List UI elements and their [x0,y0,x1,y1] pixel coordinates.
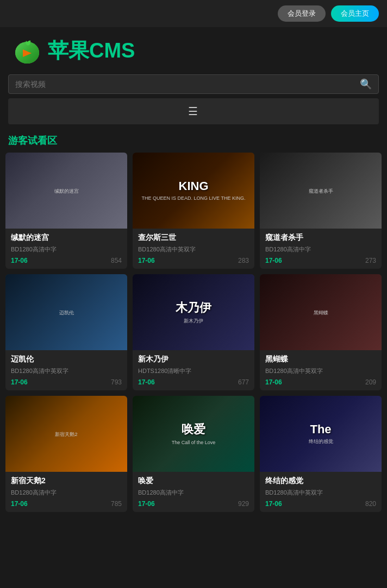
movie-title: 查尔斯三世 [138,233,249,243]
poster-sub-text: 终结的感觉 [309,439,333,445]
movie-info: 窥道者杀手 BD1280高清中字 17-06 273 [260,229,382,269]
movie-views: 929 [238,500,249,508]
top-bar: 会员登录 会员主页 [0,0,387,27]
movie-date: 17-06 [11,378,28,386]
movie-views: 820 [365,500,376,508]
poster-sub-text: THE QUEEN IS DEAD. LONG LIVE THE KING. [142,195,246,202]
movie-meta: 17-06 677 [138,378,249,386]
movie-poster: The 终结的感觉 [260,396,382,472]
poster-sub-text: The Call of the Love [172,440,216,446]
movie-meta: 17-06 785 [11,500,122,508]
movie-card[interactable]: KING THE QUEEN IS DEAD. LONG LIVE THE KI… [133,153,254,269]
movie-date: 17-06 [265,378,282,386]
movie-date: 17-06 [138,500,155,508]
section-title: 游客试看区 [0,129,387,153]
poster-sub-text: 黑蝴蝶 [314,310,328,317]
movie-poster: 黑蝴蝶 [260,274,382,350]
poster-main-text: KING [179,179,209,193]
movie-card[interactable]: 缄默的迷宫 缄默的迷宫 BD1280高清中字 17-06 854 [5,153,127,269]
movie-quality: BD1280高清中英双字 [138,245,249,254]
movie-title: 唤爱 [138,476,249,486]
movie-grid: 缄默的迷宫 缄默的迷宫 BD1280高清中字 17-06 854 KING TH… [0,153,387,523]
movie-poster: KING THE QUEEN IS DEAD. LONG LIVE THE KI… [133,153,254,229]
movie-quality: HDTS1280清晰中字 [138,367,249,375]
menu-bar[interactable]: ☰ [8,98,379,124]
poster-main-text: 木乃伊 [176,300,211,316]
movie-card[interactable]: 窥道者杀手 窥道者杀手 BD1280高清中字 17-06 273 [260,153,382,269]
movie-meta: 17-06 273 [265,257,376,264]
movie-info: 迈凯伦 BD1280高清中英双字 17-06 793 [5,350,127,390]
movie-date: 17-06 [265,257,282,264]
movie-poster: 缄默的迷宫 [5,153,127,229]
movie-card[interactable]: 新宿天鹅2 新宿天鹅2 BD1280高清中字 17-06 785 [5,396,127,512]
movie-poster: 唤爱 The Call of the Love [133,396,254,472]
search-input[interactable] [15,80,360,88]
movie-info: 唤爱 BD1280高清中字 17-06 929 [133,472,254,512]
movie-quality: BD1280高清中字 [138,489,249,497]
movie-card[interactable]: The 终结的感觉 终结的感觉 BD1280高清中英双字 17-06 820 [260,396,382,512]
movie-quality: BD1280高清中字 [11,489,122,497]
login-button[interactable]: 会员登录 [278,5,326,22]
movie-views: 677 [238,378,249,386]
movie-info: 黑蝴蝶 BD1280高清中英双字 17-06 209 [260,350,382,390]
movie-title: 新宿天鹅2 [11,476,122,486]
movie-poster: 木乃伊 新木乃伊 [133,274,254,350]
poster-main-text: 唤爱 [182,421,205,438]
movie-date: 17-06 [138,378,155,386]
movie-date: 17-06 [11,500,28,508]
movie-card[interactable]: 唤爱 The Call of the Love 唤爱 BD1280高清中字 17… [133,396,254,512]
movie-card[interactable]: 迈凯伦 迈凯伦 BD1280高清中英双字 17-06 793 [5,274,127,390]
movie-views: 209 [365,378,376,386]
movie-info: 新宿天鹅2 BD1280高清中字 17-06 785 [5,472,127,512]
movie-meta: 17-06 793 [11,378,122,386]
movie-meta: 17-06 854 [11,257,122,264]
movie-views: 793 [111,378,122,386]
movie-views: 283 [238,257,249,264]
movie-meta: 17-06 209 [265,378,376,386]
poster-sub-text: 缄默的迷宫 [54,188,79,195]
movie-date: 17-06 [265,500,282,508]
movie-card[interactable]: 木乃伊 新木乃伊 新木乃伊 HDTS1280清晰中字 17-06 677 [133,274,254,390]
movie-date: 17-06 [11,257,28,264]
vip-button[interactable]: 会员主页 [331,5,379,22]
movie-card[interactable]: 黑蝴蝶 黑蝴蝶 BD1280高清中英双字 17-06 209 [260,274,382,390]
movie-poster: 新宿天鹅2 [5,396,127,472]
search-button[interactable]: 🔍 [360,78,372,90]
movie-date: 17-06 [138,257,155,264]
logo-text: 苹果CMS [48,37,135,65]
movie-views: 273 [365,257,376,264]
movie-meta: 17-06 820 [265,500,376,508]
search-bar: 🔍 [8,74,379,94]
logo-icon [11,37,43,65]
poster-sub-text: 新宿天鹅2 [55,432,77,438]
movie-title: 终结的感觉 [265,476,376,486]
poster-sub-text: 窥道者杀手 [309,188,333,195]
movie-poster: 窥道者杀手 [260,153,382,229]
poster-main-text: The [310,422,331,437]
poster-sub-text: 新木乃伊 [184,318,203,325]
hamburger-icon: ☰ [188,105,199,118]
search-icon: 🔍 [360,79,372,90]
movie-quality: BD1280高清中字 [265,245,376,254]
movie-info: 终结的感觉 BD1280高清中英双字 17-06 820 [260,472,382,512]
movie-quality: BD1280高清中英双字 [265,489,376,497]
movie-quality: BD1280高清中字 [11,245,122,254]
movie-meta: 17-06 929 [138,500,249,508]
movie-title: 新木乃伊 [138,355,249,364]
movie-poster: 迈凯伦 [5,274,127,350]
logo-area: 苹果CMS [0,27,387,70]
movie-views: 854 [111,257,122,264]
movie-title: 窥道者杀手 [265,233,376,243]
movie-views: 785 [111,500,122,508]
movie-info: 缄默的迷宫 BD1280高清中字 17-06 854 [5,229,127,269]
movie-info: 新木乃伊 HDTS1280清晰中字 17-06 677 [133,350,254,390]
movie-quality: BD1280高清中英双字 [265,367,376,375]
movie-meta: 17-06 283 [138,257,249,264]
movie-title: 缄默的迷宫 [11,233,122,243]
movie-title: 迈凯伦 [11,355,122,364]
movie-title: 黑蝴蝶 [265,355,376,364]
movie-quality: BD1280高清中英双字 [11,367,122,375]
movie-info: 查尔斯三世 BD1280高清中英双字 17-06 283 [133,229,254,269]
poster-sub-text: 迈凯伦 [59,310,74,317]
